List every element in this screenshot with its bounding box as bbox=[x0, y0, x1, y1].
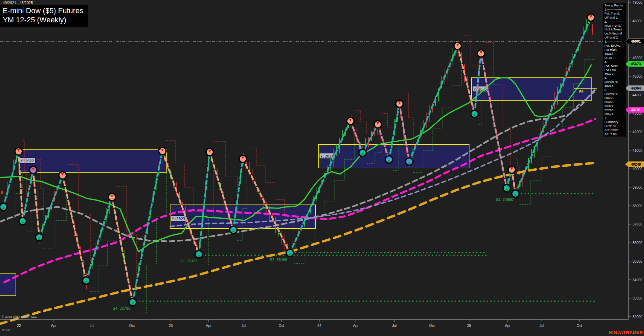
year-range-box bbox=[19, 150, 167, 173]
info-line: 2.-------------- bbox=[604, 20, 626, 24]
instrument-label: W YM bbox=[2, 328, 10, 332]
trail-stop-down-line bbox=[382, 114, 393, 141]
chart-window: Y:2022Y:2023Y:2024Y:2025S1: 38650S2: 354… bbox=[0, 0, 644, 336]
info-line: UTrend 1 bbox=[604, 16, 626, 20]
info-line: 5.-------------- bbox=[604, 76, 626, 80]
year-range-box bbox=[318, 145, 469, 168]
chart-title-line1: E-mini Dow ($5) Futures bbox=[3, 6, 83, 16]
price-tick-label: 35000 bbox=[632, 259, 642, 263]
date-tick-label: Oct bbox=[279, 323, 284, 328]
date-tick-label: 23 bbox=[169, 323, 173, 328]
price-tick-label: 48000 bbox=[632, 19, 642, 23]
year-label: Y:2022 bbox=[21, 159, 34, 163]
info-line: Summary bbox=[604, 120, 626, 124]
info-line: 29571 bbox=[604, 112, 626, 116]
price-marker-value: 40249 bbox=[631, 162, 641, 166]
info-line: Lo:0 Neutral bbox=[604, 31, 626, 35]
info-line: 6.-------------- bbox=[604, 88, 626, 92]
price-tick-label: 40000 bbox=[632, 167, 642, 171]
info-line: 3.-------------- bbox=[604, 40, 626, 44]
info-line: Pvt. Evolve: bbox=[604, 44, 626, 48]
price-tick-label: 46000 bbox=[632, 56, 642, 60]
swing-up-leg bbox=[133, 151, 162, 302]
info-line: 35466 bbox=[604, 100, 626, 104]
info-line: HiLo Trend: bbox=[604, 24, 626, 28]
swing-up-leg bbox=[409, 46, 458, 162]
price-tick-label: 38000 bbox=[632, 204, 642, 208]
info-line: Levels R: bbox=[604, 80, 626, 84]
info-line: Pvt. Next: bbox=[604, 64, 626, 68]
price-chart-canvas[interactable]: Y:2022Y:2023Y:2024Y:2025S1: 38650S2: 354… bbox=[0, 0, 644, 336]
swing-down-leg bbox=[481, 53, 507, 188]
support-level-label: S1: 38650 bbox=[496, 197, 513, 201]
date-tick-label: Jul bbox=[242, 323, 246, 328]
info-line: 48214 bbox=[604, 52, 626, 56]
price-tick-label: 33000 bbox=[632, 296, 642, 300]
date-tick-label: Oct bbox=[129, 323, 135, 328]
info-line: 1.-------------- bbox=[604, 7, 626, 11]
info-line: Levels S: bbox=[604, 92, 626, 96]
price-marker-value: 45673 bbox=[631, 62, 641, 66]
date-tick-label: Oct bbox=[429, 323, 435, 328]
chart-title-line2: YM 12-25 (Weekly) bbox=[3, 16, 83, 25]
swing-up-leg bbox=[3, 151, 19, 207]
info-line: SP's: 69 bbox=[604, 124, 626, 128]
price-marker-value: 43191 bbox=[631, 108, 641, 112]
chart-title: E-mini Dow ($5) Futures YM 12-25 (Weekly… bbox=[0, 5, 88, 27]
price-tick-label: 49000 bbox=[632, 0, 642, 4]
date-tick-label: Apr bbox=[206, 323, 212, 328]
swing-down-leg bbox=[33, 170, 39, 237]
info-line: UTrend 2 bbox=[604, 35, 626, 40]
info-line: 38650 bbox=[604, 96, 626, 100]
candle-body bbox=[592, 27, 593, 32]
price-tick-label: 32000 bbox=[632, 315, 642, 319]
year-label: Y:2023 bbox=[172, 217, 185, 221]
info-line: 48214 bbox=[604, 84, 626, 88]
info-line: 46170 bbox=[604, 72, 626, 76]
copyright-label: © 2025 NinjaTrader, LLC bbox=[2, 315, 37, 318]
price-marker-value: 46901 bbox=[631, 39, 641, 43]
support-level-label: S3: 35327 bbox=[180, 259, 197, 263]
info-line: Swing Pivots bbox=[604, 3, 626, 7]
info-line: Hi:2 UTrend bbox=[604, 27, 626, 31]
price-tick-label: 34000 bbox=[632, 278, 642, 282]
info-line: AF: 7.00 bbox=[604, 132, 626, 136]
info-line: 35327 bbox=[604, 104, 626, 108]
price-marker-value: 44364 bbox=[631, 86, 641, 90]
candle-body bbox=[1, 191, 3, 194]
swing-down-leg bbox=[63, 175, 86, 281]
price-tick-label: 41000 bbox=[632, 148, 642, 152]
trail-stop-up-line bbox=[43, 193, 67, 248]
date-tick-label: Apr bbox=[51, 323, 57, 328]
date-range-label: 49/2021 - 45/2025 bbox=[3, 1, 33, 5]
support-level-label: S2: 35466 bbox=[270, 258, 287, 262]
info-line: Pvt. Trend: bbox=[604, 11, 626, 16]
price-tick-label: 36000 bbox=[632, 241, 642, 245]
info-line: Pvt Low bbox=[604, 68, 626, 72]
swing-down-leg bbox=[162, 151, 199, 254]
date-tick-label: Jul bbox=[90, 323, 94, 328]
price-tick-label: 39000 bbox=[632, 185, 642, 189]
date-tick-label: Oct bbox=[577, 323, 582, 328]
date-tick-label: 24 bbox=[317, 323, 321, 328]
date-tick-label: 25 bbox=[467, 323, 471, 328]
info-line: 7.-------------- bbox=[604, 116, 626, 120]
date-tick-label: Apr bbox=[353, 323, 359, 328]
info-line: Pvt High bbox=[604, 48, 626, 52]
date-tick-label: Jul bbox=[392, 323, 396, 328]
price-tick-label: 37000 bbox=[632, 222, 642, 226]
support-level-label: S4: 32795 bbox=[113, 306, 130, 310]
price-tick-label: 42000 bbox=[632, 130, 642, 134]
swing-pivots-info-panel: Swing Pivots1.--------------Pvt. Trend:U… bbox=[603, 3, 626, 137]
ninjatrader-logo: NINJATRADER bbox=[609, 330, 643, 335]
info-line: AR: 3792 bbox=[604, 128, 626, 132]
info-line: 4.-------------- bbox=[604, 60, 626, 64]
date-tick-label: Apr bbox=[505, 323, 511, 328]
price-tick-label: 44000 bbox=[632, 93, 642, 97]
info-line: 32795 bbox=[604, 108, 626, 112]
price-tick-label: 45000 bbox=[632, 74, 642, 78]
trail-stop-down-line bbox=[354, 110, 367, 134]
f0-label: F0 bbox=[579, 90, 583, 94]
info-line: D: 26 bbox=[604, 56, 626, 60]
swing-up-leg bbox=[199, 152, 210, 254]
